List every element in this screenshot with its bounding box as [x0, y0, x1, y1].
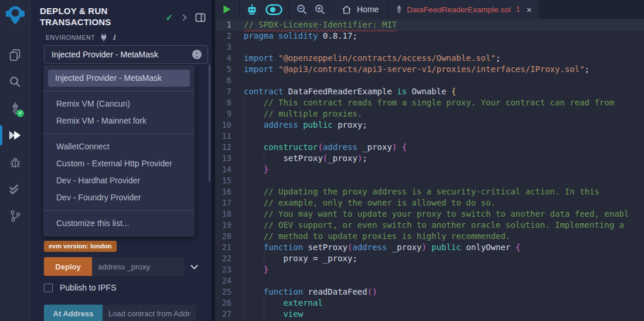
panel-expand-icon[interactable] — [180, 14, 186, 21]
unit-testing-icon[interactable] — [0, 176, 30, 203]
line-number[interactable]: 18 — [215, 209, 244, 220]
line-number[interactable]: 6 — [215, 75, 244, 86]
line-content[interactable]: import "@openzeppelin/contracts/access/O… — [244, 53, 644, 64]
line-content[interactable] — [244, 175, 644, 186]
line-number[interactable]: 12 — [215, 142, 244, 153]
close-tab-icon[interactable]: × — [526, 5, 531, 15]
line-content[interactable]: } — [244, 164, 644, 175]
code-line: 1// SPDX-License-Identifier: MIT — [215, 19, 644, 30]
line-number[interactable]: 11 — [215, 131, 244, 142]
ai-assistant-icon[interactable] — [246, 4, 258, 15]
line-number[interactable]: 3 — [215, 42, 244, 53]
line-content[interactable] — [244, 75, 644, 86]
file-error-count-badge: 1 — [516, 5, 520, 13]
line-content[interactable]: constructor(address _proxy) { — [244, 142, 644, 153]
line-number[interactable]: 5 — [215, 64, 244, 75]
line-content[interactable]: import "@api3/contracts/api3-server-v1/p… — [244, 64, 644, 75]
line-content[interactable]: // You may want to update your proxy to … — [244, 209, 644, 220]
dropdown-option[interactable]: Customize this list... — [48, 215, 195, 232]
line-content[interactable]: external — [244, 298, 644, 309]
line-content[interactable]: // OEV support, or even switch to anothe… — [244, 220, 644, 231]
line-content[interactable]: view — [244, 309, 644, 320]
pin-panel-icon[interactable] — [195, 13, 206, 22]
line-number[interactable]: 10 — [215, 119, 244, 131]
line-number[interactable]: 4 — [215, 53, 244, 64]
search-icon[interactable] — [0, 68, 30, 95]
dropdown-option[interactable]: Remix VM - Mainnet fork — [48, 112, 195, 129]
line-content[interactable]: proxy = _proxy; — [244, 253, 644, 264]
line-content[interactable]: // method to update proxies is highly re… — [244, 231, 644, 242]
line-content[interactable] — [244, 275, 644, 286]
line-number[interactable]: 7 — [215, 86, 244, 97]
home-tab-label: Home — [357, 5, 379, 14]
expand-deploy-args-icon[interactable] — [190, 262, 198, 269]
code-line: 16 // Updating the proxy address is a se… — [215, 186, 644, 197]
deploy-button[interactable]: Deploy — [44, 257, 92, 276]
line-number[interactable]: 24 — [215, 275, 244, 286]
line-content[interactable]: function readDataFeed() — [244, 286, 644, 298]
line-content[interactable]: setProxy(_proxy); — [244, 153, 644, 164]
line-number[interactable]: 25 — [215, 286, 244, 298]
line-number[interactable]: 15 — [215, 175, 244, 186]
line-content[interactable]: // SPDX-License-Identifier: MIT — [244, 19, 644, 30]
tab-home[interactable]: Home — [332, 0, 388, 19]
line-number[interactable]: 1 — [215, 19, 244, 30]
line-number[interactable]: 21 — [215, 242, 244, 253]
dropdown-option[interactable]: Custom - External Http Provider — [48, 155, 195, 172]
dropdown-option[interactable]: Dev - Hardhat Provider — [48, 172, 195, 189]
at-address-input[interactable] — [103, 305, 196, 321]
code-line: 17 // example, only the owner is allowed… — [215, 197, 644, 209]
line-content[interactable]: // This contract reads from a single pro… — [244, 97, 644, 108]
line-content[interactable]: } — [244, 264, 644, 275]
line-number[interactable]: 2 — [215, 30, 244, 42]
at-address-button[interactable]: At Address — [44, 305, 103, 321]
line-number[interactable]: 13 — [215, 153, 244, 164]
line-content[interactable]: pragma solidity 0.8.17; — [244, 30, 644, 42]
environment-info-icon[interactable]: i — [113, 33, 115, 42]
run-script-button[interactable] — [215, 0, 239, 19]
line-content[interactable]: // multiple proxies. — [244, 108, 644, 119]
deploy-arg-input[interactable] — [92, 257, 185, 276]
line-number[interactable]: 22 — [215, 253, 244, 264]
line-number[interactable]: 23 — [215, 264, 244, 275]
indent-guide — [244, 119, 244, 131]
dropdown-option[interactable]: Injected Provider - MetaMask — [48, 70, 190, 87]
debugger-icon[interactable] — [0, 149, 30, 176]
solidity-compiler-icon[interactable]: ✓ — [0, 95, 30, 122]
dropdown-option[interactable]: Remix VM (Cancun) — [48, 95, 195, 112]
line-content[interactable] — [244, 42, 644, 53]
line-content[interactable]: // Updating the proxy address is a secur… — [244, 186, 644, 197]
line-content[interactable]: // example, only the owner is allowed to… — [244, 197, 644, 209]
line-number[interactable]: 8 — [215, 97, 244, 108]
panel-scrollbar[interactable] — [209, 64, 210, 182]
deploy-run-icon[interactable] — [0, 122, 30, 149]
line-number[interactable]: 14 — [215, 164, 244, 175]
git-icon[interactable] — [0, 203, 30, 230]
line-number[interactable]: 20 — [215, 231, 244, 242]
line-number[interactable]: 16 — [215, 186, 244, 197]
plug-icon[interactable] — [100, 33, 107, 42]
zoom-out-icon[interactable] — [297, 4, 307, 15]
file-explorer-icon[interactable] — [0, 41, 30, 68]
remix-logo-icon[interactable] — [0, 0, 30, 30]
environment-label: ENVIRONMENT — [46, 34, 95, 41]
line-content[interactable]: function setProxy(address _proxy) public… — [244, 242, 644, 253]
line-number[interactable]: 9 — [215, 108, 244, 119]
publish-ipfs-checkbox[interactable] — [44, 284, 53, 292]
dropdown-option[interactable]: Dev - Foundry Provider — [48, 189, 195, 206]
active-plugin-indicator — [0, 125, 2, 145]
line-number[interactable]: 19 — [215, 220, 244, 231]
environment-select[interactable]: Injected Provider - MetaMask ▲▼ — [44, 45, 208, 64]
code-area[interactable]: 1// SPDX-License-Identifier: MIT2pragma … — [215, 19, 644, 321]
ai-copilot-toggle[interactable] — [265, 4, 282, 15]
line-number[interactable]: 17 — [215, 197, 244, 209]
line-content[interactable]: contract DataFeedReaderExample is Ownabl… — [244, 86, 644, 97]
line-content[interactable] — [244, 131, 644, 142]
zoom-in-icon[interactable] — [315, 4, 325, 15]
dropdown-option[interactable]: WalletConnect — [48, 138, 195, 155]
line-number[interactable]: 26 — [215, 298, 244, 309]
line-number[interactable]: 27 — [215, 309, 244, 320]
tab-file-active[interactable]: DataFeedReaderExample.sol 1 × — [389, 0, 539, 19]
code-line: 3 — [215, 42, 644, 53]
line-content[interactable]: address public proxy; — [244, 119, 644, 131]
